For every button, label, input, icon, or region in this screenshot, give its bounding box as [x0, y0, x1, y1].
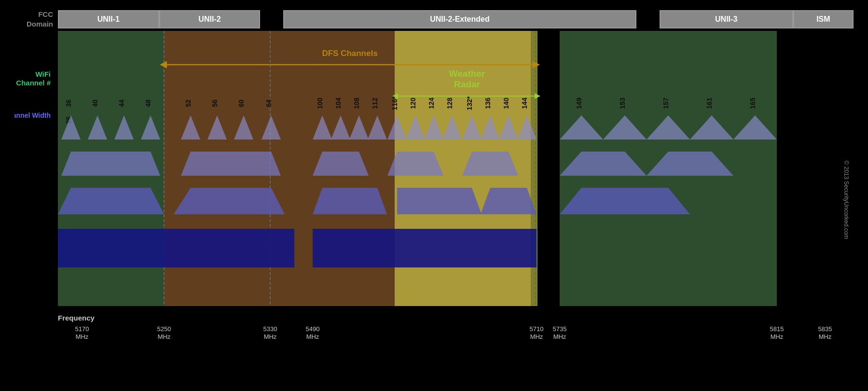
freq-5815-mhz: MHz [771, 333, 784, 340]
ch-44: 44 [118, 99, 125, 107]
ch-60: 60 [237, 99, 245, 107]
ch-165: 165 [749, 98, 757, 109]
wifi-channel-label2: Channel # [16, 79, 51, 87]
trap-unii3-80mhz [560, 188, 690, 214]
freq-5490: 5490 [306, 325, 320, 333]
freq-5735: 5735 [553, 325, 567, 333]
freq-5835: 5835 [818, 325, 832, 333]
ch-157: 157 [662, 98, 670, 109]
trap-unii1-80mhz [58, 188, 164, 214]
trap-unii2-40mhz-1 [181, 152, 281, 176]
main-container: FCCDomain UNII-1 UNII-2 UNII-2-Extended … [0, 0, 868, 391]
fcc-band-ism: ISM [793, 10, 854, 28]
freq-5710: 5710 [530, 325, 544, 333]
ch-112: 112 [371, 98, 379, 109]
trap-unii2ext-80mhz-2 [397, 188, 482, 214]
trap-unii2ext-80mhz-1 [313, 188, 387, 214]
ch-104: 104 [334, 98, 342, 109]
freq-5835-mhz: MHz [819, 333, 832, 340]
ch-52: 52 [184, 99, 192, 107]
trap-unii1-40mhz-1 [61, 152, 160, 176]
freq-5250-mhz: MHz [158, 333, 171, 340]
trap-unii2ext-40mhz-2 [387, 152, 443, 176]
ch-140: 140 [502, 98, 510, 109]
freq-5170: 5170 [75, 325, 89, 333]
fcc-row: FCCDomain UNII-1 UNII-2 UNII-2-Extended … [14, 10, 854, 28]
rect-160mhz-unii2ext [313, 229, 537, 267]
ch-36: 36 [65, 99, 72, 107]
ch-40: 40 [91, 99, 99, 107]
diagram-area: WiFi Channel # Channel Width DFS Channel… [14, 31, 854, 386]
ch-100: 100 [316, 98, 324, 109]
fcc-band-unii2: UNII-2 [159, 10, 261, 28]
diagram-svg: WiFi Channel # Channel Width DFS Channel… [14, 31, 849, 369]
trap-unii2ext-80mhz-3 [481, 188, 537, 214]
fcc-label: FCCDomain [14, 10, 53, 28]
trap-unii2ext-40mhz-1 [313, 152, 369, 176]
copyright: © 2013 SecurityUncorked.com [843, 161, 849, 239]
rect-160mhz-unii12 [58, 229, 294, 267]
freq-5735-mhz: MHz [553, 333, 566, 340]
ch-136: 136 [484, 98, 492, 109]
ch-64: 64 [265, 99, 273, 107]
freq-5330: 5330 [263, 325, 277, 333]
ch-56: 56 [211, 99, 219, 107]
ch-116: 116* [391, 96, 399, 110]
ch-120: 120 [409, 98, 417, 109]
weather-radar-label2: Radar [454, 79, 480, 89]
freq-5330-mhz: MHz [264, 333, 277, 340]
trap-unii2ext-40mhz-3 [462, 152, 518, 176]
ch-48: 48 [144, 99, 152, 107]
ch-128: 128 [446, 98, 454, 109]
fcc-band-unii3: UNII-3 [660, 10, 793, 28]
wifi-channel-label: WiFi [35, 70, 51, 78]
channel-width-label: Channel Width [14, 112, 51, 119]
freq-5815: 5815 [770, 325, 784, 333]
fcc-bands: UNII-1 UNII-2 UNII-2-Extended UNII-3 ISM [58, 10, 854, 28]
fcc-band-unii1: UNII-1 [58, 10, 159, 28]
freq-label: Frequency [58, 314, 95, 322]
freq-5170-mhz: MHz [76, 333, 89, 340]
ch-153: 153 [619, 98, 626, 109]
weather-radar-label: Weather [449, 69, 485, 79]
ch-108: 108 [353, 98, 360, 109]
ch-161: 161 [705, 98, 713, 109]
ch-144: 144 [521, 98, 528, 109]
freq-5490-mhz: MHz [306, 333, 319, 340]
ch-132: 132* [466, 96, 473, 110]
dfs-label: DFS Channels [322, 49, 377, 58]
freq-5250: 5250 [157, 325, 171, 333]
freq-5710-mhz: MHz [530, 333, 543, 340]
fcc-band-unii2ext: UNII-2-Extended [283, 10, 637, 28]
trap-unii2-80mhz [174, 188, 285, 214]
ch-124: 124 [427, 98, 435, 109]
ch-149: 149 [575, 98, 583, 109]
